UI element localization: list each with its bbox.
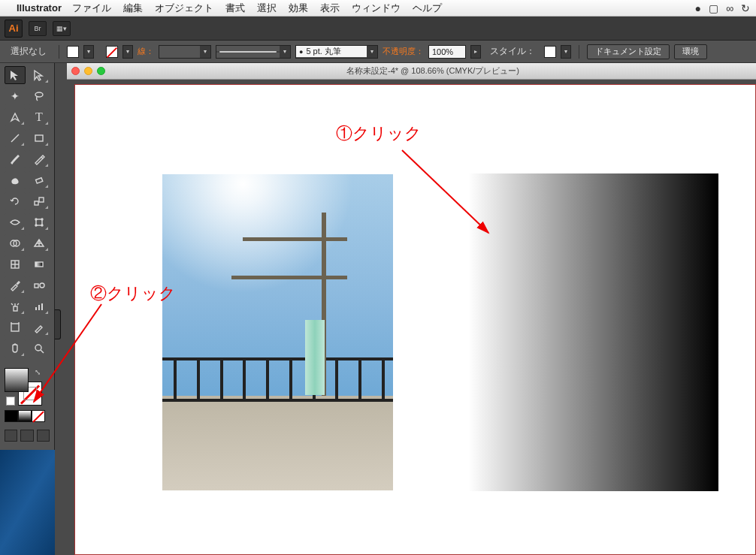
arrange-documents-button[interactable]: ▦▾: [53, 21, 71, 36]
svg-rect-16: [35, 262, 43, 267]
artboard-tool[interactable]: [5, 318, 26, 336]
mesh-tool[interactable]: [5, 255, 26, 273]
menu-type[interactable]: 書式: [225, 2, 245, 15]
preferences-button[interactable]: 環境: [674, 44, 707, 59]
lasso-tool[interactable]: [29, 87, 50, 105]
window-zoom-button[interactable]: [97, 67, 105, 75]
svg-line-28: [402, 150, 488, 233]
window-minimize-button[interactable]: [84, 67, 92, 75]
photo-arm2: [231, 276, 347, 279]
menu-window[interactable]: ウィンドウ: [352, 2, 401, 15]
type-tool[interactable]: T: [29, 108, 50, 126]
stroke-dropdown[interactable]: ▾: [122, 45, 133, 59]
variable-width-field[interactable]: ▾: [216, 45, 291, 59]
rotate-tool[interactable]: [5, 192, 26, 210]
blend-tool[interactable]: [29, 276, 50, 294]
control-bar: 選択なし ▾ ▾ 線： ▾ ▾ ●5 pt. 丸筆▾ 不透明度： 100% ▸ …: [0, 41, 756, 63]
svg-line-29: [34, 304, 101, 402]
eraser-tool[interactable]: [29, 171, 50, 189]
svg-point-18: [40, 283, 44, 288]
photo-railing: [162, 357, 393, 402]
photo-ground: [162, 396, 393, 490]
symbol-sprayer-tool[interactable]: [5, 297, 26, 315]
svg-point-8: [41, 219, 43, 220]
rectangle-tool[interactable]: [29, 129, 50, 147]
magic-wand-tool[interactable]: ✦: [5, 87, 26, 105]
svg-rect-3: [36, 178, 43, 183]
fill-swatch[interactable]: [67, 46, 79, 58]
svg-point-10: [41, 225, 43, 226]
document-setup-button[interactable]: ドキュメント設定: [587, 44, 670, 59]
hand-tool[interactable]: [5, 339, 26, 357]
status-box-icon: ▢: [709, 2, 718, 14]
svg-rect-19: [14, 306, 17, 311]
menu-effect[interactable]: 効果: [289, 2, 308, 15]
menu-view[interactable]: 表示: [320, 2, 340, 15]
menu-edit[interactable]: 編集: [123, 2, 143, 15]
app-bar: Ai Br ▦▾: [0, 17, 756, 41]
svg-line-1: [11, 134, 19, 142]
status-dot-icon: ●: [695, 2, 701, 14]
selection-status: 選択なし: [6, 45, 51, 58]
eyedropper-tool[interactable]: [5, 276, 26, 294]
style-label: スタイル：: [485, 45, 540, 58]
opacity-field[interactable]: 100%: [428, 45, 466, 59]
draw-normal[interactable]: [5, 430, 17, 442]
screen-mode-bar: [5, 430, 50, 442]
fill-dropdown[interactable]: ▾: [83, 45, 94, 59]
line-tool[interactable]: [5, 129, 26, 147]
draw-behind[interactable]: [20, 430, 33, 442]
app-menu[interactable]: Illustrator: [17, 2, 62, 14]
selection-tool[interactable]: [5, 66, 26, 84]
brush-field[interactable]: ●5 pt. 丸筆▾: [295, 45, 378, 59]
gradient-tool[interactable]: [29, 255, 50, 273]
svg-rect-2: [35, 135, 43, 141]
fill-color-swatch[interactable]: [5, 368, 29, 392]
perspective-tool[interactable]: [29, 234, 50, 252]
window-close-button[interactable]: [71, 67, 80, 75]
svg-point-9: [35, 225, 37, 226]
direct-selection-tool[interactable]: [29, 66, 50, 84]
color-mode-solid[interactable]: [5, 410, 18, 422]
svg-rect-23: [11, 324, 19, 331]
bridge-button[interactable]: Br: [29, 21, 47, 36]
shape-builder-tool[interactable]: [5, 234, 26, 252]
default-fill-stroke-icon[interactable]: [6, 397, 15, 406]
style-dropdown[interactable]: ▾: [561, 45, 571, 59]
stroke-weight-field[interactable]: ▾: [159, 45, 211, 59]
menu-select[interactable]: 選択: [257, 2, 277, 15]
creative-cloud-icon[interactable]: ∞: [726, 2, 733, 14]
svg-rect-4: [35, 201, 38, 205]
opacity-label: 不透明度：: [383, 46, 424, 57]
svg-point-7: [35, 219, 37, 220]
annotation-1-arrow: [398, 146, 503, 246]
blob-brush-tool[interactable]: [5, 171, 26, 189]
opacity-dropdown[interactable]: ▸: [470, 45, 481, 59]
menu-object[interactable]: オブジェクト: [155, 2, 213, 15]
stroke-label: 線：: [138, 46, 154, 57]
svg-point-0: [35, 92, 43, 97]
stroke-swatch[interactable]: [106, 46, 118, 58]
mac-menubar: Illustrator ファイル 編集 オブジェクト 書式 選択 効果 表示 ウ…: [0, 0, 756, 17]
scale-tool[interactable]: [29, 192, 50, 210]
brush-label: 5 pt. 丸筆: [306, 46, 340, 57]
annotation-2-arrow: [26, 300, 116, 415]
document-title: 名称未設定-4* @ 108.66% (CMYK/プレビュー): [114, 65, 751, 77]
dock-preview: [0, 450, 55, 555]
app-logo-icon: Ai: [5, 20, 23, 38]
placed-image[interactable]: [162, 174, 393, 490]
draw-inside[interactable]: [37, 430, 50, 442]
pen-tool[interactable]: [5, 108, 26, 126]
width-tool[interactable]: [5, 213, 26, 231]
pencil-tool[interactable]: [29, 150, 50, 168]
document-titlebar: 名称未設定-4* @ 108.66% (CMYK/プレビュー): [67, 63, 756, 80]
photo-arm1: [243, 237, 346, 241]
paintbrush-tool[interactable]: [5, 150, 26, 168]
sync-icon[interactable]: ↻: [741, 2, 750, 14]
menu-file[interactable]: ファイル: [72, 2, 111, 15]
menu-help[interactable]: ヘルプ: [413, 2, 442, 15]
annotation-1: ①クリック: [336, 122, 422, 145]
free-transform-tool[interactable]: [29, 213, 50, 231]
photo-towel: [305, 320, 325, 395]
style-swatch[interactable]: [544, 46, 556, 58]
